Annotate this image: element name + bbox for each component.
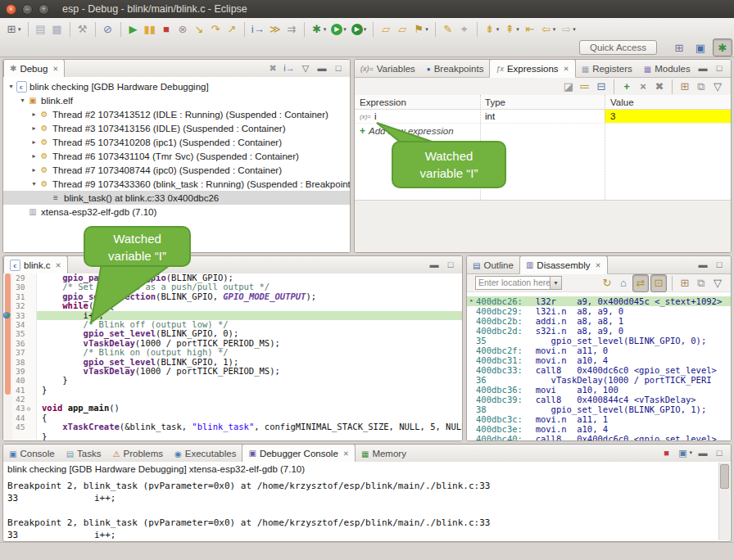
disconnect-button[interactable]: ⊗ (175, 21, 190, 38)
expressions-table-header[interactable]: Expression Type Value (355, 95, 731, 110)
new-button[interactable]: ⊞▾ (4, 21, 23, 38)
refresh-button[interactable]: ↻ (600, 275, 614, 291)
minimize-button[interactable]: ▬ (315, 61, 329, 75)
editor-line[interactable]: 40 } (3, 376, 462, 385)
cpp-perspective-button[interactable]: ▣ (691, 39, 709, 56)
fold-icon[interactable]: ⊖ (26, 405, 30, 413)
close-icon[interactable]: ✕ (56, 261, 61, 269)
dropdown-arrow-icon[interactable]: ▾ (324, 26, 327, 33)
column-value[interactable]: Value (605, 95, 731, 109)
disassembly-line[interactable]: 35 gpio_set_level(BLINK_GPIO, 0); (467, 336, 731, 345)
dropdown-arrow-icon[interactable]: ▾ (496, 26, 500, 33)
display-selected-console-button[interactable]: ▣▾ (675, 446, 694, 459)
last-edit-location-button[interactable]: ⇤ (523, 21, 537, 38)
disassembly-line[interactable]: 36 vTaskDelay(1000 / portTICK_PERI (467, 375, 731, 385)
editor-line[interactable]: 45 xTaskCreate(&blink_task, "blink_task"… (3, 422, 462, 431)
step-into-button[interactable]: ↘ (192, 21, 206, 38)
column-expression[interactable]: Expression (355, 97, 480, 107)
code-editor[interactable]: 29 gpio_pad_select_gpio(BLINK_GPIO);30 /… (3, 273, 462, 440)
tab-variables[interactable]: (x)= Variables (355, 61, 421, 77)
open-element-button[interactable]: ▱ (378, 21, 393, 38)
disassembly-line[interactable]: 400dbc3c: movi.n a11, 1 (467, 414, 731, 424)
tab-console[interactable]: ▣ Console (3, 445, 61, 462)
tab-blink-c[interactable]: c blink.c ✕ (3, 255, 68, 274)
location-input[interactable]: Enter location here (475, 276, 550, 290)
debug-tree-item[interactable]: ▾⚙Thread #9 1073433360 (blink_task : Run… (3, 177, 350, 191)
disassembly-line[interactable]: 400dbc2f: movi.n a11, 0 (467, 345, 731, 355)
sync-active-context-button[interactable]: ⇄ (632, 274, 649, 292)
previous-annotation-button[interactable]: ⇞▾ (502, 21, 521, 38)
annotation-ruler[interactable] (3, 432, 12, 440)
step-filters-button[interactable]: ≫ (268, 21, 283, 38)
tab-outline[interactable]: ▤ Outline (467, 257, 519, 273)
disassembly-line[interactable]: ➤400dbc26: l32r a9, 0x400d045c <_stext+1… (467, 296, 731, 306)
dropdown-arrow-icon[interactable]: ▾ (553, 26, 556, 33)
editor-line[interactable]: 41} (3, 386, 462, 395)
maximize-button[interactable]: □ (443, 258, 458, 271)
disassembly-line[interactable]: 400dbc2b: addi.n a8, a8, 1 (467, 316, 731, 326)
close-icon[interactable]: ✕ (52, 65, 58, 73)
open-new-view-button[interactable]: ⧉ (694, 275, 709, 291)
dropdown-arrow-icon[interactable]: ▾ (364, 26, 367, 33)
tab-tasks[interactable]: ▤ Tasks (61, 445, 107, 462)
console-scrollbar[interactable] (718, 463, 730, 540)
console-output[interactable]: Breakpoint 2, blink_task (pvParameter=0x… (7, 480, 718, 541)
debug-tree-item[interactable]: ▾▣blink.elf (3, 93, 350, 107)
tree-expander-icon[interactable]: ▾ (7, 83, 16, 90)
minimize-button[interactable]: ▬ (427, 258, 442, 271)
code-line[interactable]: } (37, 386, 462, 395)
remove-all-terminated-button[interactable]: ✖ (265, 61, 280, 75)
code-line[interactable]: vTaskDelay(1000 / portTICK_PERIOD_MS); (37, 367, 462, 376)
terminate-button[interactable]: ■ (159, 21, 174, 38)
trace-control-button[interactable]: ⇉ (284, 21, 299, 38)
next-annotation-button[interactable]: ⇟▾ (483, 21, 501, 38)
expression-detail-pane[interactable] (355, 200, 731, 252)
dropdown-arrow-icon[interactable]: ▾ (516, 26, 519, 33)
show-type-names-button[interactable]: ◪ (561, 79, 576, 95)
debug-tree-item[interactable]: ≡blink_task() at blink.c:33 0x400dbc26 (3, 191, 350, 205)
disassembly-line[interactable]: 38 gpio_set_level(BLINK_GPIO, 1); (467, 404, 731, 414)
window-close-button[interactable]: × (6, 4, 16, 15)
debug-configurations-button[interactable]: ⚑▾ (411, 21, 430, 38)
view-menu-button[interactable]: ▽ (710, 275, 725, 291)
window-maximize-button[interactable]: + (39, 4, 49, 15)
dropdown-arrow-icon[interactable]: ▾ (573, 26, 576, 33)
tab-expressions[interactable]: ƒx Expressions ✕ (489, 59, 575, 78)
dropdown-arrow-icon[interactable]: ▾ (18, 26, 21, 33)
show-logical-structure-button[interactable]: ≔ (578, 79, 592, 95)
instruction-stepping-mode-button[interactable]: i→ (282, 61, 297, 75)
suspend-button[interactable]: ▮▮ (143, 21, 157, 38)
save-button[interactable]: ▤ (34, 21, 48, 38)
annotation-ruler[interactable] (3, 395, 12, 404)
search-button[interactable]: ⌖ (457, 21, 472, 38)
debug-tree-item[interactable]: ▸⚙Thread #6 1073431104 (Tmr Svc) (Suspen… (3, 149, 350, 163)
code-line[interactable]: xTaskCreate(&blink_task, "blink_task", c… (37, 422, 462, 431)
tree-expander-icon[interactable]: ▸ (29, 152, 39, 160)
resume-button[interactable]: ▶ (126, 21, 141, 38)
external-tools-button[interactable]: ▶▾ (350, 21, 369, 38)
minimize-button[interactable]: ▬ (695, 446, 710, 459)
open-perspective-button[interactable]: ⊞ (670, 39, 688, 56)
disassembly-listing[interactable]: ➤400dbc26: l32r a9, 0x400d045c <_stext+1… (467, 295, 731, 440)
disassembly-line[interactable]: 400dbc39: call8 0x400844c4 <vTaskDelay> (467, 395, 731, 404)
debug-tree-item[interactable]: ▸⚙Thread #2 1073413512 (IDLE : Running) … (3, 107, 350, 121)
step-over-button[interactable]: ↷ (208, 21, 223, 38)
dropdown-arrow-icon[interactable]: ▾ (689, 449, 692, 456)
dropdown-arrow-icon[interactable]: ▾ (425, 26, 428, 33)
minimize-button[interactable]: ▬ (695, 61, 710, 75)
view-menu-button[interactable]: ▽ (710, 79, 725, 95)
debug-tree-item[interactable]: ▸⚙Thread #5 1073410208 (ipc1) (Suspended… (3, 135, 350, 149)
annotation-ruler[interactable] (3, 422, 12, 431)
instruction-stepping-button[interactable]: i→ (250, 21, 266, 38)
scrollbar-thumb[interactable] (720, 464, 729, 489)
tab-executables[interactable]: ◉ Executables (169, 445, 242, 462)
location-dropdown-icon[interactable]: ▼ (550, 276, 562, 290)
quick-access-button[interactable]: Quick Access (579, 40, 657, 55)
column-type[interactable]: Type (480, 97, 605, 107)
code-line[interactable]: } (37, 376, 462, 385)
disassembly-line[interactable]: 400dbc2d: s32i.n a8, a9, 0 (467, 326, 731, 336)
window-minimize-button[interactable]: − (22, 4, 33, 15)
disassembly-line[interactable]: 400dbc36: movi a10, 100 (467, 385, 731, 395)
breakpoint-marker-icon[interactable]: ➤ (3, 311, 13, 320)
remove-expression-button[interactable]: × (636, 79, 650, 95)
